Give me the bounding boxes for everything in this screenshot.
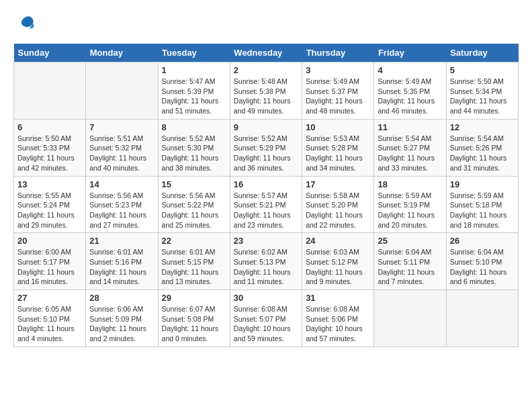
day-number: 8 xyxy=(162,122,226,132)
day-info: Sunrise: 6:06 AM Sunset: 5:09 PM Dayligh… xyxy=(89,304,154,344)
day-info: Sunrise: 5:56 AM Sunset: 5:22 PM Dayligh… xyxy=(162,191,226,230)
bird-icon xyxy=(16,13,36,37)
day-info: Sunrise: 5:55 AM Sunset: 5:24 PM Dayligh… xyxy=(17,191,82,230)
header-cell-saturday: Saturday xyxy=(446,44,518,62)
header-cell-sunday: Sunday xyxy=(14,44,86,62)
day-info: Sunrise: 5:49 AM Sunset: 5:37 PM Dayligh… xyxy=(306,77,370,116)
calendar-cell: 31Sunrise: 6:08 AM Sunset: 5:06 PM Dayli… xyxy=(302,290,374,347)
day-info: Sunrise: 5:49 AM Sunset: 5:35 PM Dayligh… xyxy=(378,77,442,116)
day-info: Sunrise: 6:02 AM Sunset: 5:13 PM Dayligh… xyxy=(234,247,298,287)
day-info: Sunrise: 6:01 AM Sunset: 5:15 PM Dayligh… xyxy=(162,247,226,287)
calendar-cell: 14Sunrise: 5:56 AM Sunset: 5:23 PM Dayli… xyxy=(86,176,158,233)
day-number: 25 xyxy=(378,236,442,246)
day-number: 1 xyxy=(162,65,226,75)
calendar-cell: 15Sunrise: 5:56 AM Sunset: 5:22 PM Dayli… xyxy=(158,176,230,233)
calendar-cell: 20Sunrise: 6:00 AM Sunset: 5:17 PM Dayli… xyxy=(14,233,86,290)
day-number: 10 xyxy=(306,122,370,132)
calendar-cell: 10Sunrise: 5:53 AM Sunset: 5:28 PM Dayli… xyxy=(302,119,374,176)
day-info: Sunrise: 6:05 AM Sunset: 5:10 PM Dayligh… xyxy=(17,304,82,344)
day-number: 22 xyxy=(162,236,226,246)
day-number: 11 xyxy=(378,122,442,132)
calendar-cell: 3Sunrise: 5:49 AM Sunset: 5:37 PM Daylig… xyxy=(302,62,374,120)
day-number: 27 xyxy=(17,293,82,303)
header-cell-wednesday: Wednesday xyxy=(230,44,302,62)
calendar-cell: 26Sunrise: 6:04 AM Sunset: 5:10 PM Dayli… xyxy=(446,233,518,290)
day-number: 23 xyxy=(234,236,298,246)
day-number: 2 xyxy=(234,65,298,75)
day-number: 13 xyxy=(17,179,82,189)
calendar-cell xyxy=(86,62,158,120)
day-number: 24 xyxy=(306,236,370,246)
day-info: Sunrise: 5:48 AM Sunset: 5:38 PM Dayligh… xyxy=(234,77,298,116)
calendar-cell: 17Sunrise: 5:58 AM Sunset: 5:20 PM Dayli… xyxy=(302,176,374,233)
day-info: Sunrise: 6:00 AM Sunset: 5:17 PM Dayligh… xyxy=(17,247,82,287)
week-row-1: 1Sunrise: 5:47 AM Sunset: 5:39 PM Daylig… xyxy=(14,62,519,120)
day-number: 20 xyxy=(17,236,82,246)
day-number: 14 xyxy=(89,179,154,189)
week-row-4: 20Sunrise: 6:00 AM Sunset: 5:17 PM Dayli… xyxy=(14,233,519,290)
calendar-cell: 16Sunrise: 5:57 AM Sunset: 5:21 PM Dayli… xyxy=(230,176,302,233)
day-info: Sunrise: 6:08 AM Sunset: 5:06 PM Dayligh… xyxy=(306,304,370,344)
calendar-cell: 4Sunrise: 5:49 AM Sunset: 5:35 PM Daylig… xyxy=(374,62,446,120)
calendar-cell xyxy=(14,62,86,120)
header-cell-monday: Monday xyxy=(86,44,158,62)
day-number: 18 xyxy=(378,179,442,189)
calendar-cell: 19Sunrise: 5:59 AM Sunset: 5:18 PM Dayli… xyxy=(446,176,518,233)
logo xyxy=(13,13,36,37)
day-number: 9 xyxy=(234,122,298,132)
day-info: Sunrise: 5:50 AM Sunset: 5:33 PM Dayligh… xyxy=(17,134,82,173)
day-info: Sunrise: 6:08 AM Sunset: 5:07 PM Dayligh… xyxy=(234,304,298,344)
calendar-cell: 2Sunrise: 5:48 AM Sunset: 5:38 PM Daylig… xyxy=(230,62,302,120)
day-info: Sunrise: 6:01 AM Sunset: 5:16 PM Dayligh… xyxy=(89,247,154,287)
week-row-5: 27Sunrise: 6:05 AM Sunset: 5:10 PM Dayli… xyxy=(14,290,519,347)
day-info: Sunrise: 5:59 AM Sunset: 5:19 PM Dayligh… xyxy=(378,191,442,230)
day-number: 17 xyxy=(306,179,370,189)
day-number: 29 xyxy=(162,293,226,303)
week-row-3: 13Sunrise: 5:55 AM Sunset: 5:24 PM Dayli… xyxy=(14,176,519,233)
calendar-cell: 22Sunrise: 6:01 AM Sunset: 5:15 PM Dayli… xyxy=(158,233,230,290)
header-cell-friday: Friday xyxy=(374,44,446,62)
calendar-cell: 6Sunrise: 5:50 AM Sunset: 5:33 PM Daylig… xyxy=(14,119,86,176)
day-info: Sunrise: 5:50 AM Sunset: 5:34 PM Dayligh… xyxy=(450,77,515,116)
day-number: 12 xyxy=(450,122,515,132)
calendar-cell: 27Sunrise: 6:05 AM Sunset: 5:10 PM Dayli… xyxy=(14,290,86,347)
day-info: Sunrise: 5:47 AM Sunset: 5:39 PM Dayligh… xyxy=(162,77,226,116)
day-info: Sunrise: 6:04 AM Sunset: 5:11 PM Dayligh… xyxy=(378,247,442,287)
day-number: 30 xyxy=(234,293,298,303)
header-cell-tuesday: Tuesday xyxy=(158,44,230,62)
calendar-table: SundayMondayTuesdayWednesdayThursdayFrid… xyxy=(13,44,519,347)
day-number: 28 xyxy=(89,293,154,303)
calendar-cell xyxy=(374,290,446,347)
calendar-cell: 9Sunrise: 5:52 AM Sunset: 5:29 PM Daylig… xyxy=(230,119,302,176)
calendar-cell: 18Sunrise: 5:59 AM Sunset: 5:19 PM Dayli… xyxy=(374,176,446,233)
header-row: SundayMondayTuesdayWednesdayThursdayFrid… xyxy=(14,44,519,62)
day-number: 6 xyxy=(17,122,82,132)
day-info: Sunrise: 5:59 AM Sunset: 5:18 PM Dayligh… xyxy=(450,191,515,230)
day-info: Sunrise: 5:57 AM Sunset: 5:21 PM Dayligh… xyxy=(234,191,298,230)
calendar-cell: 12Sunrise: 5:54 AM Sunset: 5:26 PM Dayli… xyxy=(446,119,518,176)
calendar-cell xyxy=(446,290,518,347)
calendar-cell: 1Sunrise: 5:47 AM Sunset: 5:39 PM Daylig… xyxy=(158,62,230,120)
day-number: 4 xyxy=(378,65,442,75)
day-info: Sunrise: 5:54 AM Sunset: 5:27 PM Dayligh… xyxy=(378,134,442,173)
day-number: 3 xyxy=(306,65,370,75)
day-number: 16 xyxy=(234,179,298,189)
day-info: Sunrise: 5:52 AM Sunset: 5:30 PM Dayligh… xyxy=(162,134,226,173)
day-info: Sunrise: 5:54 AM Sunset: 5:26 PM Dayligh… xyxy=(450,134,515,173)
calendar-cell: 23Sunrise: 6:02 AM Sunset: 5:13 PM Dayli… xyxy=(230,233,302,290)
calendar-cell: 30Sunrise: 6:08 AM Sunset: 5:07 PM Dayli… xyxy=(230,290,302,347)
day-number: 15 xyxy=(162,179,226,189)
day-info: Sunrise: 6:07 AM Sunset: 5:08 PM Dayligh… xyxy=(162,304,226,344)
day-info: Sunrise: 5:51 AM Sunset: 5:32 PM Dayligh… xyxy=(89,134,154,173)
day-number: 26 xyxy=(450,236,515,246)
calendar-cell: 11Sunrise: 5:54 AM Sunset: 5:27 PM Dayli… xyxy=(374,119,446,176)
calendar-cell: 13Sunrise: 5:55 AM Sunset: 5:24 PM Dayli… xyxy=(14,176,86,233)
calendar-cell: 25Sunrise: 6:04 AM Sunset: 5:11 PM Dayli… xyxy=(374,233,446,290)
day-info: Sunrise: 5:58 AM Sunset: 5:20 PM Dayligh… xyxy=(306,191,370,230)
week-row-2: 6Sunrise: 5:50 AM Sunset: 5:33 PM Daylig… xyxy=(14,119,519,176)
day-number: 31 xyxy=(306,293,370,303)
calendar-cell: 29Sunrise: 6:07 AM Sunset: 5:08 PM Dayli… xyxy=(158,290,230,347)
day-info: Sunrise: 5:53 AM Sunset: 5:28 PM Dayligh… xyxy=(306,134,370,173)
day-info: Sunrise: 6:04 AM Sunset: 5:10 PM Dayligh… xyxy=(450,247,515,287)
calendar-cell: 28Sunrise: 6:06 AM Sunset: 5:09 PM Dayli… xyxy=(86,290,158,347)
